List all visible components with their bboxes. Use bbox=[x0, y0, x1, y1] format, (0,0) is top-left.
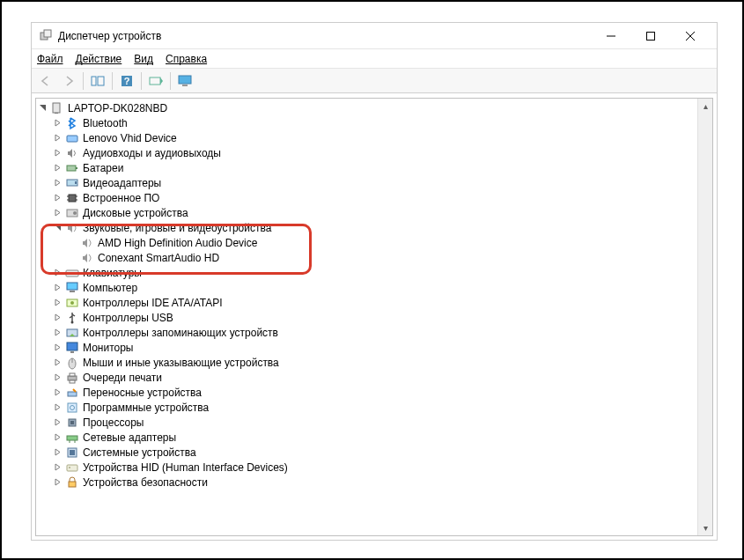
tree-row-audio-cat[interactable]: Звуковые, игровые и видеоустройства bbox=[36, 220, 712, 235]
expand-icon[interactable] bbox=[51, 342, 63, 354]
menu-file[interactable]: Файл bbox=[37, 53, 63, 65]
tree-row-cat2-0[interactable]: Клавиатуры bbox=[36, 265, 712, 280]
tree-label: Системные устройства bbox=[81, 446, 196, 459]
usb-icon bbox=[65, 311, 79, 325]
tree-label: Программные устройства bbox=[81, 402, 209, 414]
collapse-icon[interactable] bbox=[36, 102, 48, 114]
tree-row-cat-1[interactable]: Lenovo Vhid Device bbox=[36, 130, 712, 145]
expand-icon[interactable] bbox=[51, 416, 63, 429]
svg-point-33 bbox=[71, 321, 74, 323]
tree-row-cat2-13[interactable]: Устройства HID (Human Interface Devices) bbox=[36, 460, 712, 475]
vertical-scrollbar[interactable]: ▴ ▾ bbox=[697, 99, 712, 535]
expand-icon[interactable] bbox=[51, 402, 63, 414]
tree-row-cat-0[interactable]: Bluetooth bbox=[36, 115, 712, 130]
scroll-down-button[interactable]: ▾ bbox=[698, 520, 712, 535]
expand-icon[interactable] bbox=[51, 177, 63, 189]
battery-icon bbox=[65, 161, 79, 175]
expand-icon[interactable] bbox=[51, 357, 63, 369]
svg-point-53 bbox=[69, 467, 70, 468]
window-title: Диспетчер устройств bbox=[58, 30, 591, 42]
bluetooth-icon bbox=[65, 116, 79, 130]
expand-icon[interactable] bbox=[51, 461, 63, 474]
tree-row-cat2-1[interactable]: Компьютер bbox=[36, 280, 712, 295]
tree-row-cat-4[interactable]: Видеоадаптеры bbox=[36, 175, 712, 190]
expand-icon[interactable] bbox=[51, 282, 63, 294]
disk-icon bbox=[65, 206, 79, 220]
tree-label: Дисковые устройства bbox=[81, 207, 188, 219]
tree-row-audio-child-1[interactable]: Conexant SmartAudio HD bbox=[36, 250, 712, 265]
printer-icon bbox=[65, 371, 79, 385]
tree-row-cat2-7[interactable]: Очереди печати bbox=[36, 370, 712, 385]
tree-row-cat2-9[interactable]: Программные устройства bbox=[36, 400, 712, 415]
tree-row-root[interactable]: LAPTOP-DK028NBD bbox=[36, 100, 712, 115]
scroll-track[interactable] bbox=[698, 114, 712, 520]
tree-row-cat2-11[interactable]: Сетевые адаптеры bbox=[36, 430, 712, 445]
expand-icon[interactable] bbox=[51, 372, 63, 384]
audio-vol-icon bbox=[80, 251, 94, 265]
expand-icon[interactable] bbox=[51, 207, 63, 219]
menu-action[interactable]: Действие bbox=[76, 53, 122, 65]
tree-row-cat-6[interactable]: Дисковые устройства bbox=[36, 205, 712, 220]
tree-label: AMD High Definition Audio Device bbox=[96, 237, 257, 249]
help-button[interactable]: ? bbox=[116, 71, 137, 91]
root-icon bbox=[50, 101, 64, 115]
tree-label: Устройства HID (Human Interface Devices) bbox=[81, 461, 288, 474]
tree-row-cat2-5[interactable]: Мониторы bbox=[36, 340, 712, 355]
show-hide-console-button[interactable] bbox=[87, 71, 108, 91]
cpu-icon bbox=[65, 416, 79, 430]
tree-row-audio-child-0[interactable]: AMD High Definition Audio Device bbox=[36, 235, 712, 250]
svg-rect-1 bbox=[44, 30, 51, 37]
tree-row-cat2-12[interactable]: Системные устройства bbox=[36, 445, 712, 460]
tree-row-cat-3[interactable]: Батареи bbox=[36, 160, 712, 175]
collapse-icon[interactable] bbox=[51, 222, 63, 234]
tree-row-cat2-10[interactable]: Процессоры bbox=[36, 415, 712, 430]
tree-row-cat2-6[interactable]: Мыши и иные указывающие устройства bbox=[36, 355, 712, 370]
svg-rect-15 bbox=[67, 136, 77, 142]
monitor-button[interactable] bbox=[174, 71, 195, 91]
expand-icon[interactable] bbox=[51, 387, 63, 399]
tree-row-cat2-8[interactable]: Переносные устройства bbox=[36, 385, 712, 400]
tree-label: Аудиовходы и аудиовыходы bbox=[81, 147, 221, 159]
expand-icon[interactable] bbox=[51, 147, 63, 159]
tree-row-cat-2[interactable]: Аудиовходы и аудиовыходы bbox=[36, 145, 712, 160]
expand-icon[interactable] bbox=[51, 297, 63, 309]
scan-button[interactable] bbox=[145, 71, 166, 91]
tree-label: Сетевые адаптеры bbox=[81, 431, 176, 444]
chip-icon bbox=[65, 191, 79, 205]
pad-icon bbox=[65, 131, 79, 145]
expand-icon[interactable] bbox=[51, 431, 63, 444]
expand-icon[interactable] bbox=[51, 192, 63, 204]
expand-icon[interactable] bbox=[51, 117, 63, 129]
tree-label: Клавиатуры bbox=[81, 267, 142, 279]
tree-label: Conexant SmartAudio HD bbox=[96, 252, 219, 264]
expand-icon[interactable] bbox=[51, 476, 63, 489]
menu-view[interactable]: Вид bbox=[134, 53, 153, 65]
back-button[interactable] bbox=[35, 71, 56, 91]
expand-icon[interactable] bbox=[51, 267, 63, 279]
app-icon bbox=[39, 29, 53, 43]
expand-icon[interactable] bbox=[51, 446, 63, 459]
forward-button[interactable] bbox=[58, 71, 79, 91]
close-button[interactable] bbox=[670, 24, 710, 48]
tree-row-cat2-14[interactable]: Устройства безопасности bbox=[36, 475, 712, 490]
tree-row-cat-5[interactable]: Встроенное ПО bbox=[36, 190, 712, 205]
svg-rect-36 bbox=[70, 351, 74, 353]
device-tree[interactable]: LAPTOP-DK028NBDBluetoothLenovo Vhid Devi… bbox=[36, 100, 712, 534]
maximize-button[interactable] bbox=[630, 24, 670, 48]
tree-row-cat2-3[interactable]: Контроллеры USB bbox=[36, 310, 712, 325]
expand-icon[interactable] bbox=[51, 312, 63, 324]
menu-help[interactable]: Справка bbox=[166, 53, 207, 65]
svg-rect-16 bbox=[67, 166, 76, 171]
menubar: Файл Действие Вид Справка bbox=[32, 49, 717, 69]
svg-rect-41 bbox=[70, 380, 75, 383]
tree-row-cat2-2[interactable]: Контроллеры IDE ATA/ATAPI bbox=[36, 295, 712, 310]
svg-rect-46 bbox=[70, 421, 74, 424]
tree-row-cat2-4[interactable]: Контроллеры запоминающих устройств bbox=[36, 325, 712, 340]
expand-icon[interactable] bbox=[51, 162, 63, 174]
scroll-up-button[interactable]: ▴ bbox=[698, 99, 712, 114]
expand-icon[interactable] bbox=[51, 132, 63, 144]
minimize-button[interactable] bbox=[591, 24, 630, 48]
tree-label: Контроллеры запоминающих устройств bbox=[81, 327, 278, 339]
tree-label: Bluetooth bbox=[81, 117, 128, 129]
expand-icon[interactable] bbox=[51, 327, 63, 339]
